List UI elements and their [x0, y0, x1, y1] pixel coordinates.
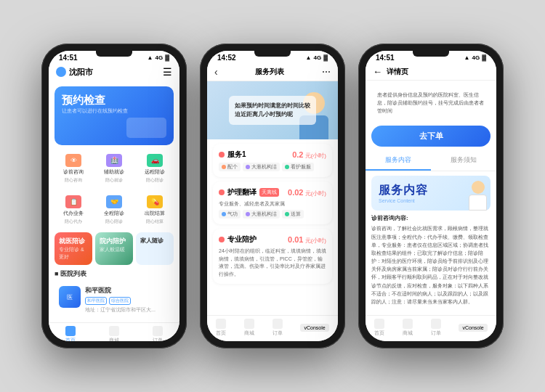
tab-service-notice[interactable]: 服务须知: [431, 151, 496, 171]
p1-services-grid: 👁 诊前咨询 陪心咨询 🏥 辅助就诊 陪心就诊 🚗 远程陪诊 陪心陪诊 📋 代办…: [49, 150, 179, 229]
p2-header: ‹ 服务列表 ⋯: [207, 63, 338, 81]
service-dot-0: [219, 152, 225, 158]
battery-icon-3: ▓: [482, 54, 486, 61]
nav-item-order-1[interactable]: 订单: [153, 326, 163, 341]
p2-service-name-row-0: 服务1: [219, 150, 246, 160]
big-service-1[interactable]: 院内陪护 家人般温暖: [95, 232, 133, 265]
p2-page-title: 服务列表: [255, 67, 284, 77]
4g-label-3: 4G: [472, 54, 480, 61]
hospital-card[interactable]: 医 和平医院 和平医院 综合医院 地址：辽宁省沈阳市和平区大...: [54, 282, 174, 318]
service-label-4: 全程陪诊: [104, 210, 124, 217]
vconsole-btn-2[interactable]: vConsole: [300, 324, 328, 332]
status-bar-3: 14:51 ▲ 4G ▓: [366, 51, 496, 63]
p3-service-title-box: 服务内容 Service Content: [371, 176, 490, 211]
service-item-0[interactable]: 👁 诊前咨询 陪心咨询: [54, 150, 92, 188]
tag-0-2: 看护服服: [282, 163, 314, 171]
hospital-tag-0: 和平医院: [85, 297, 107, 305]
big-service-sub-0: 专业陪诊 & 更好: [59, 246, 88, 261]
service-label-1: 辅助就诊: [104, 168, 124, 176]
service-icon-2: 🚗: [147, 154, 163, 167]
battery-icon-2: ▓: [323, 54, 328, 61]
service-item-2[interactable]: 🚗 远程陪诊 陪心陪诊: [136, 150, 174, 188]
settings-icon-2[interactable]: ⋯: [322, 67, 331, 77]
p3-service-title-en: Service Content: [379, 198, 461, 203]
p2-service-name-1: 护理翻译: [227, 187, 257, 197]
nav-label-order-1: 订单: [153, 337, 163, 341]
menu-icon[interactable]: ☰: [163, 66, 172, 78]
doctor-head: [472, 181, 485, 194]
p2-service-name-2: 专业陪护: [227, 234, 257, 245]
p2-service-card-1[interactable]: 护理翻译 天离线 0.02 元(小时) 专业服务、减轻患者及其家属 气功 大葱机…: [213, 181, 332, 224]
p2-banner-text: 如果预约时间满意的时间比较迫近距离几小时预约呢: [235, 102, 310, 119]
service-item-1[interactable]: 🏥 辅助就诊 陪心就诊: [95, 150, 133, 188]
phone-2: 14:52 ▲ 4G ▓ ‹ 服务列表 ⋯: [200, 44, 345, 348]
nav-label-home-1: 首页: [65, 337, 76, 341]
service-sub-1: 陪心就诊: [105, 177, 123, 184]
service-sub-0: 陪心咨询: [65, 177, 82, 184]
tag-dot-0-2: [285, 165, 289, 169]
service-label-2: 远程陪诊: [145, 168, 165, 176]
nav-item-order-3[interactable]: 订单: [431, 319, 441, 337]
back-button-2[interactable]: ‹: [214, 66, 218, 78]
hospital-info: 和平医院 和平医院 综合医院 地址：辽宁省沈阳市和平区大...: [85, 286, 169, 314]
p3-page-title: 详情页: [387, 67, 408, 77]
tag-0-0: 配个: [219, 163, 241, 171]
p2-service-header-0: 服务1 0.2 元(小时): [219, 150, 326, 160]
p3-order-button[interactable]: 去下单: [371, 126, 490, 147]
scene: 14:51 ▲ 4G ▓ 沈阳市 ☰ 预约检查 让患者可以进行在线预约检查: [0, 0, 545, 392]
p2-bottom-nav: 首页 商城 订单 vConsole: [207, 315, 338, 341]
nav-label-home-3: 首页: [374, 330, 384, 337]
nav-item-shop-2[interactable]: 商城: [244, 319, 254, 337]
p2-banner: 如果预约时间满意的时间比较迫近距离几小时预约呢: [207, 81, 338, 139]
status-bar-1: 14:51 ▲ 4G ▓: [49, 51, 179, 63]
extra-service[interactable]: 家人随诊: [136, 232, 174, 265]
nav-item-home-2[interactable]: 首页: [216, 319, 226, 337]
p3-content: 服务内容 Service Content 诊前咨询内容: 诊前咨询，了解社会比就…: [366, 171, 496, 315]
vconsole-btn-3[interactable]: vConsole: [459, 324, 487, 332]
phone-3: 14:51 ▲ 4G ▓ ← 详情页 患者提供身份信息及预约的医院科室、医生信息…: [358, 44, 504, 348]
p2-service-tags-1: 气功 大葱机构洁 送算: [219, 210, 326, 219]
status-icons-3: ▲ 4G ▓: [464, 54, 486, 61]
p3-desc-text: 诊前咨询，了解社会比就医需求，顾根病情，整理就医注意事项；全程代办：代办手续、缴…: [371, 224, 490, 306]
service-sub-4: 陪心陪诊: [105, 219, 123, 225]
p2-service-card-0[interactable]: 服务1 0.2 元(小时) 配个 大葱机构洁 看护服服: [213, 144, 332, 177]
service-item-5[interactable]: 💊 出院结算 陪心结算: [136, 191, 174, 229]
p3-service-title-cn: 服务内容: [379, 183, 461, 198]
tag-dot-0-1: [246, 165, 250, 169]
doctor-figure: [469, 181, 487, 211]
p2-service-card-2[interactable]: 专业陪护 0.01 元(小时) 24小时陪在的组织，临近科室，填填病情，填填病情…: [213, 229, 332, 284]
p2-service-price-0: 0.2 元(小时): [292, 150, 326, 160]
phone-1-screen: 14:51 ▲ 4G ▓ 沈阳市 ☰ 预约检查 让患者可以进行在线预约检查: [49, 51, 179, 341]
nav-item-order-2[interactable]: 订单: [272, 319, 283, 337]
banner-subtitle: 让患者可以进行在线预约检查: [62, 107, 166, 115]
tab-service-content[interactable]: 服务内容: [366, 151, 431, 171]
p2-service-name-0: 服务1: [227, 150, 246, 160]
nav-item-home-1[interactable]: 首页: [65, 326, 76, 341]
banner-card-img: [126, 118, 166, 138]
p2-service-name-row-2: 专业陪护: [219, 234, 257, 245]
p1-banner[interactable]: 预约检查 让患者可以进行在线预约检查: [54, 86, 174, 145]
4g-label-2: 4G: [313, 54, 321, 61]
p3-header: ← 详情页: [366, 63, 496, 81]
signal-icon-2: ▲: [306, 54, 312, 61]
tag-dot-1-1: [246, 212, 250, 216]
big-service-0[interactable]: 就医陪诊 专业陪诊 & 更好: [54, 232, 92, 265]
location-icon: [56, 67, 66, 77]
nav-label-order-2: 订单: [272, 330, 283, 337]
p2-service-tags-0: 配个 大葱机构洁 看护服服: [219, 163, 326, 171]
tag-dot-0-0: [222, 165, 226, 169]
big-service-sub-1: 家人般温暖: [100, 246, 129, 253]
service-label-3: 代办业务: [63, 210, 84, 217]
nav-label-shop-2: 商城: [244, 330, 254, 337]
nav-item-shop-1[interactable]: 商城: [109, 326, 119, 341]
4g-label-1: 4G: [155, 54, 163, 61]
nav-item-home-3[interactable]: 首页: [374, 319, 384, 337]
big-service-name-0: 就医陪诊: [59, 237, 88, 246]
phone-1: 14:51 ▲ 4G ▓ 沈阳市 ☰ 预约检查 让患者可以进行在线预约检查: [41, 44, 187, 348]
nav-item-shop-3[interactable]: 商城: [403, 319, 413, 337]
service-item-4[interactable]: 🤝 全程陪诊 陪心陪诊: [95, 191, 133, 229]
back-button-3[interactable]: ←: [373, 66, 382, 77]
service-item-3[interactable]: 📋 代办业务 陪心代办: [54, 191, 92, 229]
p3-bottom-nav: 首页 商城 订单 vConsole: [366, 315, 496, 341]
big-service-name-1: 院内陪护: [100, 237, 129, 246]
